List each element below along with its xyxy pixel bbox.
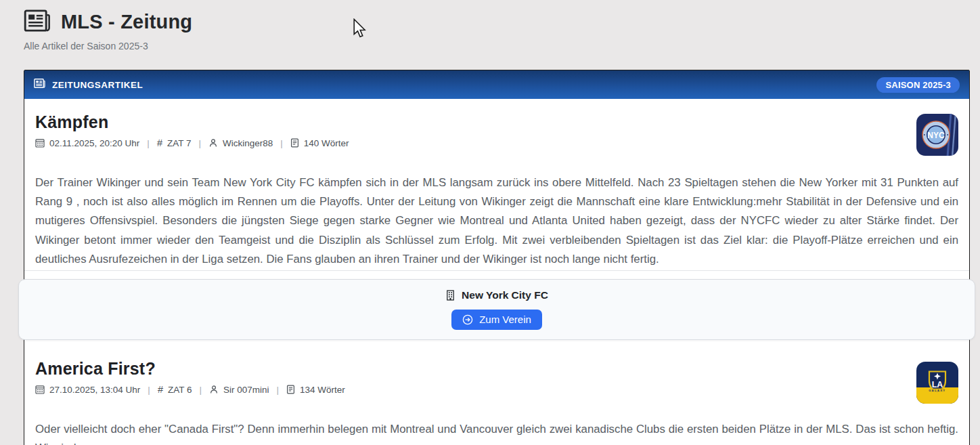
- person-icon: [209, 385, 219, 394]
- panel-header: ZEITUNGSARTIKEL SAISON 2025-3: [24, 70, 969, 99]
- panel-title: ZEITUNGSARTIKEL: [52, 80, 143, 90]
- article-america-first: America First? 27.10.2025, 13:04 Uhr | #…: [24, 340, 969, 445]
- article-footer-divider: [24, 270, 969, 271]
- newspaper-icon: [24, 8, 51, 36]
- article-wordcount: 134 Wörter: [286, 385, 345, 395]
- file-text-icon: [286, 385, 295, 394]
- wordcount-text: 134 Wörter: [300, 385, 345, 395]
- calendar-icon: [35, 385, 45, 394]
- meta-separator: |: [280, 138, 283, 148]
- person-icon: [208, 138, 218, 148]
- season-badge: SAISON 2025-3: [876, 77, 960, 93]
- date-text: 27.10.2025, 13:04 Uhr: [49, 385, 140, 395]
- author-text: Sir 007mini: [223, 385, 269, 395]
- author-text: Wickinger88: [223, 138, 273, 148]
- calendar-icon: [35, 138, 45, 148]
- club-footer: New York City FC Zum Verein: [18, 279, 975, 340]
- zum-verein-button[interactable]: Zum Verein: [451, 310, 542, 330]
- date-text: 02.11.2025, 20:20 Uhr: [49, 138, 139, 148]
- meta-separator: |: [198, 138, 201, 148]
- meta-separator: |: [277, 385, 280, 395]
- hash-icon: #: [158, 384, 163, 395]
- svg-text:GALAXY: GALAXY: [929, 389, 945, 392]
- page-title: MLS - Zeitung: [61, 11, 192, 33]
- article-body: Der Trainer Wikinger und sein Team New Y…: [35, 173, 958, 269]
- article-body: Oder vielleicht doch eher "Canada First"…: [35, 420, 958, 445]
- article-date: 27.10.2025, 13:04 Uhr: [35, 385, 140, 395]
- newspaper-icon-small: [34, 78, 45, 91]
- zat-text: ZAT 7: [167, 138, 192, 148]
- article-author: Wickinger88: [208, 138, 273, 148]
- article-title: America First?: [35, 359, 958, 379]
- newspaper-panel: ZEITUNGSARTIKEL SAISON 2025-3 Kämpfen 02…: [24, 70, 970, 445]
- club-name: New York City FC: [462, 289, 548, 301]
- hash-icon: #: [157, 137, 162, 148]
- club-row: New York City FC: [26, 289, 968, 301]
- article-meta: 02.11.2025, 20:20 Uhr | # ZAT 7 | Wickin…: [35, 137, 958, 148]
- article-zat: # ZAT 7: [157, 137, 192, 148]
- meta-separator: |: [147, 138, 150, 148]
- building-icon: [445, 290, 455, 301]
- article-author: Sir 007mini: [209, 385, 269, 395]
- wordcount-text: 140 Wörter: [304, 138, 349, 148]
- arrow-right-circle-icon: [462, 314, 473, 325]
- article-meta: 27.10.2025, 13:04 Uhr | # ZAT 6 | Sir 00…: [35, 384, 958, 395]
- file-text-icon: [290, 138, 299, 148]
- new-york-city-fc-logo[interactable]: NYC: [916, 114, 958, 156]
- svg-text:LA: LA: [932, 380, 943, 389]
- svg-text:NYC: NYC: [927, 131, 945, 140]
- article-date: 02.11.2025, 20:20 Uhr: [35, 138, 139, 148]
- zat-text: ZAT 6: [168, 385, 192, 395]
- article-zat: # ZAT 6: [158, 384, 192, 395]
- article-kaempfen: Kämpfen 02.11.2025, 20:20 Uhr | # ZAT 7 …: [24, 99, 969, 340]
- mouse-cursor: [353, 18, 367, 41]
- page-subtitle: Alle Artikel der Saison 2025-3: [24, 41, 192, 51]
- meta-separator: |: [148, 385, 150, 395]
- page-header: MLS - Zeitung Alle Artikel der Saison 20…: [24, 8, 192, 51]
- article-title: Kämpfen: [35, 112, 958, 132]
- zum-verein-label: Zum Verein: [479, 314, 531, 325]
- article-wordcount: 140 Wörter: [290, 138, 349, 148]
- meta-separator: |: [199, 385, 202, 395]
- la-galaxy-logo[interactable]: LA GALAXY: [916, 362, 958, 404]
